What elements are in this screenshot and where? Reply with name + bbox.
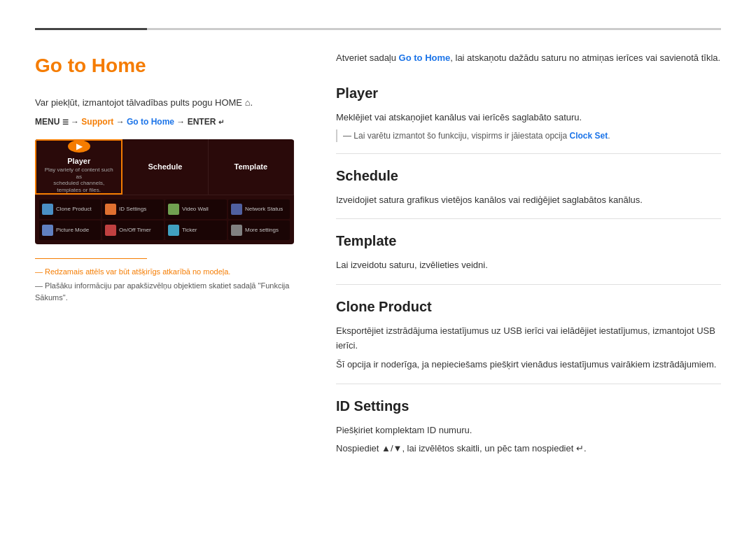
section-title-clone: Clone Product <box>336 296 721 317</box>
divider-4 <box>336 384 721 384</box>
section-text-template: Lai izveidotu saturu, izvēlieties veidni… <box>336 258 721 273</box>
id-icon <box>105 204 116 215</box>
tv-grid-id[interactable]: ID Settings <box>102 199 164 219</box>
divider-light <box>147 28 721 30</box>
network-icon <box>231 204 242 215</box>
intro-text: Var piekļūt, izmantojot tālvadības pults… <box>35 96 308 110</box>
tv-menu-bar: Player Play variety of content such assc… <box>35 139 294 195</box>
frame-icon <box>42 225 53 236</box>
divider-3 <box>336 284 721 285</box>
divider-2 <box>336 218 721 219</box>
footnote2: — Plašāku informāciju par apakšizvēlņu o… <box>35 280 308 303</box>
tv-grid-network[interactable]: Network Status <box>228 199 290 219</box>
section-text-schedule: Izveidojiet satura grafikus vietējos kan… <box>336 193 721 208</box>
tv-grid: Clone Product ID Settings Video Wall Net… <box>35 195 294 244</box>
video-icon <box>168 204 179 215</box>
right-intro-link: Go to Home <box>399 52 451 63</box>
tv-grid-ticker[interactable]: Ticker <box>165 220 227 240</box>
top-dividers <box>35 28 721 30</box>
player-play-icon <box>68 140 90 153</box>
clock-set-link: Clock Set <box>569 131 608 141</box>
divider-1 <box>336 153 721 154</box>
divider-dark <box>35 28 147 30</box>
onoff-icon <box>105 225 116 236</box>
section-title-schedule: Schedule <box>336 165 721 186</box>
more-label: More settings <box>245 226 279 234</box>
menu-path: MENU ☰ → Support → Go to Home → ENTER ↵ <box>35 115 308 128</box>
right-column: Atveriet sadaļu Go to Home, lai atskaņot… <box>336 51 721 461</box>
tv-grid-frame[interactable]: Picture Mode <box>39 220 101 240</box>
section-title-template: Template <box>336 230 721 251</box>
network-label: Network Status <box>245 205 283 213</box>
tv-grid-onoff[interactable]: On/Off Timer <box>102 220 164 240</box>
tv-screen: Player Play variety of content such assc… <box>35 139 294 244</box>
section-note-player: — Lai varētu izmantot šo funkciju, vispi… <box>336 129 721 142</box>
section-text-clone1: Eksportējiet izstrādājuma iestatījumus u… <box>336 324 721 353</box>
tv-template-label: Template <box>234 161 267 173</box>
tv-grid-clone[interactable]: Clone Product <box>39 199 101 219</box>
footnote1: — Redzamais attēls var būt atšķirīgs atk… <box>35 266 308 278</box>
page-wrapper: Go to Home Var piekļūt, izmantojot tālva… <box>0 0 756 534</box>
tv-grid-more[interactable]: More settings <box>228 220 290 240</box>
section-text-id2: Nospiediet ▲/▼, lai izvēlētos skaitli, u… <box>336 442 721 456</box>
more-icon <box>231 225 242 236</box>
clone-icon <box>42 204 53 215</box>
tv-menu-schedule[interactable]: Schedule <box>122 139 208 195</box>
video-label: Video Wall <box>182 205 209 213</box>
frame-label: Picture Mode <box>56 226 89 234</box>
tv-grid-video[interactable]: Video Wall <box>165 199 227 219</box>
right-intro: Atveriet sadaļu Go to Home, lai atskaņot… <box>336 51 721 66</box>
left-column: Go to Home Var piekļūt, izmantojot tālva… <box>35 51 308 461</box>
section-title-id: ID Settings <box>336 395 721 416</box>
clone-label: Clone Product <box>56 205 92 213</box>
content-columns: Go to Home Var piekļūt, izmantojot tālva… <box>35 51 721 461</box>
section-text-id1: Piešķiriet komplektam ID numuru. <box>336 423 721 438</box>
section-text-clone2: Šī opcija ir noderīga, ja nepieciešams p… <box>336 358 721 372</box>
page-title: Go to Home <box>35 51 308 80</box>
footnote-divider <box>35 258 147 259</box>
section-text-player: Meklējiet vai atskaņojiet kanālus vai ie… <box>336 111 721 125</box>
tv-schedule-label: Schedule <box>148 161 183 173</box>
id-label: ID Settings <box>119 205 146 213</box>
onoff-label: On/Off Timer <box>119 226 151 234</box>
tv-menu-player[interactable]: Player Play variety of content such assc… <box>35 139 122 195</box>
ticker-icon <box>168 225 179 236</box>
tv-player-desc: Play variety of content such asscheduled… <box>42 167 115 193</box>
tv-player-label: Player <box>67 155 90 167</box>
ticker-label: Ticker <box>182 226 197 234</box>
section-title-player: Player <box>336 83 721 104</box>
tv-menu-template[interactable]: Template <box>209 139 294 195</box>
